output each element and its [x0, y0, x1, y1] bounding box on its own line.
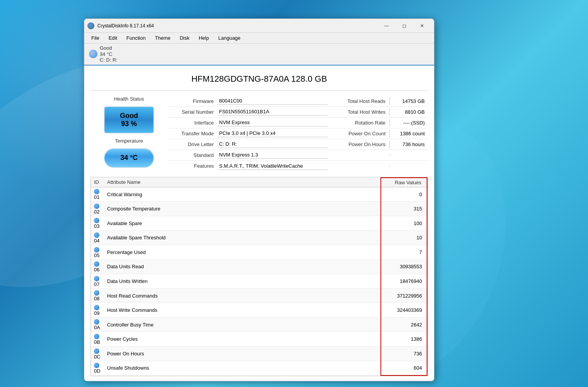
drive-letter-row: Drive Letter C: D: R: — [168, 139, 328, 150]
table-row: 01Critical Warning0 — [91, 187, 427, 202]
minimize-button[interactable]: — — [378, 20, 395, 32]
smart-id-cell: 02 — [91, 202, 104, 216]
smart-attribute-cell: Controller Busy Time — [104, 317, 381, 332]
drive-status-icon — [89, 50, 97, 58]
serial-value: FS01N550511601B1A — [218, 108, 328, 116]
table-row: 09Host Write Commands324403369 — [91, 303, 427, 318]
rotation-rate-value: ---- (SSD) — [389, 119, 428, 126]
smart-id-cell: 01 — [91, 187, 104, 202]
smart-raw-cell: 1386 — [381, 332, 427, 347]
smart-raw-cell: 30938553 — [381, 259, 427, 274]
smart-id-cell: 0B — [91, 332, 104, 347]
main-content: HFM128GDGTNG-87A0A 128.0 GB Health Statu… — [84, 66, 434, 381]
menu-function[interactable]: Function — [122, 34, 149, 42]
smart-id-cell: 0A — [91, 317, 104, 332]
firmware-row: Firmware 80041C00 — [168, 96, 328, 107]
smart-raw-cell: 2642 — [381, 317, 427, 332]
smart-attribute-cell: Data Units Read — [104, 259, 381, 274]
menu-help[interactable]: Help — [195, 34, 213, 42]
smart-row-icon — [94, 348, 99, 354]
health-badge: Good 93 % — [104, 106, 154, 133]
host-writes-label: Total Host Writes — [328, 109, 389, 115]
table-row: 07Data Units Written18476940 — [91, 274, 427, 289]
smart-raw-cell: 0 — [381, 187, 427, 202]
standard-value: NVM Express 1.3 — [218, 151, 328, 159]
table-row: 06Data Units Read30938553 — [91, 259, 427, 274]
standard-label: Standard — [168, 152, 218, 158]
power-on-count-label: Power On Count — [328, 131, 389, 136]
smart-id-cell: 04 — [91, 231, 104, 245]
serial-label: Serial Number — [168, 109, 218, 115]
drive-letters-label: C: D: R: — [100, 57, 117, 63]
smart-id-cell: 0C — [91, 346, 104, 361]
smart-raw-cell: 604 — [381, 361, 427, 375]
col-attribute-header: Attribute Name — [104, 178, 381, 187]
window-controls: — ◻ ✕ — [378, 20, 431, 32]
smart-row-icon — [94, 247, 99, 252]
smart-attribute-cell: Host Read Commands — [104, 288, 381, 303]
power-on-hours-value: 736 hours — [389, 141, 428, 148]
drive-details-right: Total Host Reads 14753 GB Total Host Wri… — [328, 96, 428, 172]
table-row: 0DUnsafe Shutdowns604 — [91, 361, 427, 375]
power-on-hours-label: Power On Hours — [328, 141, 389, 147]
menu-file[interactable]: File — [87, 34, 103, 42]
smart-attribute-cell: Power Cycles — [104, 332, 381, 347]
smart-raw-cell: 736 — [381, 346, 427, 361]
table-row: 08Host Read Commands371229956 — [91, 288, 427, 303]
app-icon — [87, 22, 94, 29]
smart-raw-cell: 100 — [381, 216, 427, 231]
smart-attribute-cell: Power On Hours — [104, 346, 381, 361]
menu-bar: File Edit Function Theme Disk Help Langu… — [84, 33, 434, 44]
drive-details-middle: Firmware 80041C00 Serial Number FS01N550… — [168, 96, 328, 172]
close-button[interactable]: ✕ — [413, 20, 431, 32]
firmware-value: 80041C00 — [218, 97, 328, 105]
menu-edit[interactable]: Edit — [105, 34, 121, 42]
temperature-badge: 34 °C — [104, 148, 154, 168]
drive-indicator[interactable]: Good 34 °C C: D: R: — [89, 45, 117, 63]
smart-row-icon — [94, 218, 99, 223]
smart-row-icon — [94, 189, 99, 194]
smart-raw-cell: 7 — [381, 245, 427, 260]
drive-status-text: Good 34 °C C: D: R: — [100, 45, 117, 63]
smart-row-icon — [94, 232, 99, 238]
smart-id-cell: 0D — [91, 361, 104, 375]
interface-label: Interface — [168, 120, 218, 126]
smart-raw-cell: 324403369 — [381, 303, 427, 318]
info-section: Health Status Good 93 % Temperature 34 °… — [90, 96, 428, 172]
col-raw-header: Raw Values — [381, 178, 427, 187]
menu-language[interactable]: Language — [214, 34, 245, 42]
app-window: CrystalDiskInfo 8.17.14 x64 — ◻ ✕ File E… — [84, 19, 434, 381]
health-pct: 93 % — [121, 120, 137, 128]
smart-raw-cell: 18476940 — [381, 274, 427, 289]
empty-right-row — [328, 150, 428, 161]
smart-row-icon — [94, 261, 99, 267]
drive-letter-label: Drive Letter — [168, 141, 218, 147]
health-status-label: Health Status — [114, 96, 144, 102]
menu-disk[interactable]: Disk — [176, 34, 193, 42]
table-row: 0CPower On Hours736 — [91, 346, 427, 361]
table-row: 0BPower Cycles1386 — [91, 332, 427, 347]
table-row: 0AController Busy Time2642 — [91, 317, 427, 332]
rotation-rate-label: Rotation Rate — [328, 120, 389, 126]
smart-raw-cell: 315 — [381, 202, 427, 216]
smart-row-icon — [94, 319, 99, 325]
rotation-rate-row: Rotation Rate ---- (SSD) — [328, 118, 428, 128]
power-on-count-row: Power On Count 1386 count — [328, 128, 428, 139]
smart-id-cell: 03 — [91, 216, 104, 231]
empty-right-row2 — [328, 161, 428, 172]
smart-row-icon — [94, 305, 99, 310]
smart-id-cell: 08 — [91, 288, 104, 303]
firmware-label: Firmware — [168, 98, 218, 104]
health-temp-panel: Health Status Good 93 % Temperature 34 °… — [90, 96, 168, 172]
host-reads-row: Total Host Reads 14753 GB — [328, 96, 428, 107]
maximize-button[interactable]: ◻ — [395, 20, 413, 32]
menu-theme[interactable]: Theme — [151, 34, 174, 42]
host-reads-label: Total Host Reads — [328, 98, 389, 104]
host-writes-value: 8810 GB — [389, 108, 428, 116]
drive-letter-value: C: D: R: — [218, 140, 328, 148]
smart-table: ID Attribute Name Raw Values 01Critical … — [91, 177, 427, 376]
smart-attribute-cell: Percentage Used — [104, 245, 381, 260]
smart-row-icon — [94, 363, 99, 368]
smart-row-icon — [94, 204, 99, 209]
transfer-row: Transfer Mode PCIe 3.0 x4 | PCIe 3.0 x4 — [168, 128, 328, 139]
